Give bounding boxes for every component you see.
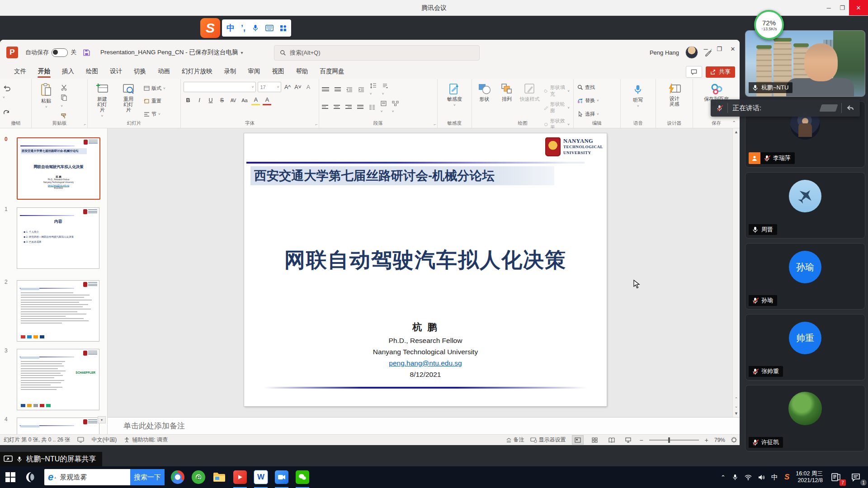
wechat-taskbar-icon[interactable]	[292, 466, 313, 488]
volume-icon[interactable]	[758, 474, 765, 480]
previous-slide-icon[interactable]: ⌃	[733, 395, 740, 403]
underline-button[interactable]: U	[206, 96, 215, 105]
reuse-slides-button[interactable]: 重用幻灯片	[117, 82, 140, 120]
start-button[interactable]	[0, 466, 21, 488]
word-taskbar-icon[interactable]: W	[250, 466, 271, 488]
author-block[interactable]: 杭 鹏 Ph.D., Research Fellow Nanyang Techn…	[244, 321, 607, 379]
format-painter-icon[interactable]	[61, 113, 67, 119]
punctuation-icon[interactable]: ’,	[241, 23, 245, 33]
font-name-combo[interactable]: ˅	[184, 82, 256, 92]
new-slide-button[interactable]: 新建幻灯片˅	[90, 82, 114, 120]
text-direction-icon[interactable]: ˅	[382, 83, 388, 97]
increase-indent-icon[interactable]	[358, 87, 364, 93]
participant-tile-xuzhengkai[interactable]: 许征凯	[745, 385, 865, 451]
align-text-icon[interactable]: ˅	[381, 101, 387, 114]
columns-icon[interactable]	[369, 105, 375, 110]
tab-insert[interactable]: 插入	[56, 67, 80, 79]
account-name[interactable]: Peng Hang	[650, 49, 679, 56]
participant-tile-zhoujin[interactable]: 周晋	[745, 172, 865, 239]
slide-thumbnail-0[interactable]: 西安交通大学第七届丝路研讨会-机械分论坛 网联自动驾驶汽车拟人化决策 杭 鹏 P…	[17, 137, 100, 200]
shape-fill-button[interactable]: 形状填充˅	[543, 84, 571, 98]
display-icon[interactable]	[77, 437, 84, 443]
tab-record[interactable]: 录制	[218, 67, 242, 79]
align-right-icon[interactable]	[345, 105, 352, 110]
toolbox-icon[interactable]	[280, 25, 287, 32]
slide-thumbnail-3[interactable]: SCHAEFFLER	[17, 349, 99, 410]
zoom-in-icon[interactable]: +	[705, 436, 708, 444]
tab-review[interactable]: 审阅	[242, 67, 266, 79]
section-button[interactable]: 节˅	[143, 110, 166, 118]
copy-icon[interactable]: ˅	[61, 94, 67, 109]
tab-file[interactable]: 文件	[8, 67, 32, 79]
minimize-icon[interactable]: ─	[822, 0, 835, 15]
bullets-icon[interactable]	[322, 87, 329, 93]
chrome-taskbar-icon[interactable]	[167, 466, 188, 488]
zoom-out-icon[interactable]: −	[640, 436, 643, 444]
slideshow-view-button[interactable]	[623, 436, 634, 444]
font-color-button[interactable]: A	[263, 95, 271, 105]
character-spacing-button[interactable]: AV	[229, 96, 237, 105]
find-button[interactable]: 查找	[576, 84, 618, 91]
sogou-tray-icon[interactable]: S	[784, 473, 789, 482]
tab-slideshow[interactable]: 幻灯片放映	[176, 67, 218, 79]
ime-chinese-mode-icon[interactable]: 中	[226, 23, 235, 33]
autosave-control[interactable]: 自动保存 关	[25, 48, 76, 57]
maximize-icon[interactable]: ❐	[835, 0, 849, 15]
highlight-color-button[interactable]: A	[251, 95, 260, 105]
powerpoint-logo-icon[interactable]: P	[6, 47, 18, 58]
file-explorer-taskbar-icon[interactable]	[209, 466, 230, 488]
sogou-logo-icon[interactable]: S	[200, 18, 220, 38]
clear-formatting-button[interactable]: A	[304, 83, 312, 91]
title-dropdown-icon[interactable]: ▾	[241, 50, 243, 55]
reply-arrow-icon[interactable]	[846, 104, 854, 112]
ime-indicator[interactable]: 中	[771, 473, 778, 482]
collapse-ribbon-icon[interactable]: ⌃	[732, 120, 736, 125]
browser-360-taskbar-icon[interactable]: e	[188, 466, 209, 488]
tab-draw[interactable]: 绘图	[80, 67, 104, 79]
select-button[interactable]: 选择˅	[576, 110, 618, 118]
notification-center-icon[interactable]: 1	[849, 470, 863, 484]
network-icon[interactable]	[745, 474, 752, 480]
document-title[interactable]: Presentation_HANG Peng_CN - 已保存到这台电脑	[100, 48, 238, 56]
search-go-button[interactable]: 搜索一下	[130, 469, 165, 485]
network-status-widget[interactable]: 72% ↑13.5K/s	[754, 10, 784, 40]
documents-tray-icon[interactable]: 7	[829, 470, 843, 484]
sensitivity-button[interactable]: 敏感度˅	[443, 82, 466, 120]
tencent-meeting-app-icon[interactable]	[271, 466, 292, 488]
email-link[interactable]: peng.hang@ntu.edu.sg	[244, 359, 607, 367]
tray-mic-icon[interactable]	[732, 474, 738, 480]
undo-icon[interactable]: ˅	[3, 85, 11, 100]
tab-baidu-netdisk[interactable]: 百度网盘	[314, 67, 350, 79]
vertical-scrollbar[interactable]: ▲ ⌃ ⌄ ▼	[732, 128, 740, 417]
align-center-icon[interactable]	[334, 105, 340, 110]
tab-animations[interactable]: 动画	[152, 67, 176, 79]
notes-pane[interactable]: 单击此处添加备注	[108, 417, 740, 434]
ppt-maximize-icon[interactable]: ❐	[712, 40, 726, 58]
design-ideas-button[interactable]: 设计灵感	[663, 82, 686, 120]
redo-icon[interactable]	[3, 110, 11, 117]
save-icon[interactable]	[83, 49, 90, 56]
participant-tile-sunyu[interactable]: 孙瑜 孙瑜	[745, 243, 865, 310]
quick-styles-button[interactable]: 快速样式	[519, 82, 540, 120]
thumbnail-scroll-down-icon[interactable]: ▾	[98, 416, 106, 423]
mic-muted-icon[interactable]	[716, 105, 723, 112]
line-spacing-icon[interactable]: ˅	[370, 83, 377, 97]
tab-help[interactable]: 帮助	[290, 67, 314, 79]
comments-button[interactable]	[686, 66, 702, 78]
paste-button[interactable]: 粘贴˅	[34, 82, 58, 120]
slide-thumbnail-1[interactable]: 内容 ◆ 1. 个人简介 ◆ 2. 研究内容—网联自动驾驶汽车拟人化决策 ◆ 3…	[17, 207, 99, 269]
dictate-button[interactable]: 听写˅	[626, 82, 650, 120]
slide-canvas[interactable]: NANYANG TECHNOLOGICAL UNIVERSITY 西安交通大学第…	[244, 133, 607, 406]
tray-expand-icon[interactable]: ⌃	[721, 474, 726, 481]
taskbar-search-box[interactable]: e ▴ 景观造雾 搜索一下	[44, 469, 165, 485]
smartart-convert-icon[interactable]: ˅	[392, 101, 399, 114]
slide-sorter-view-button[interactable]	[590, 436, 600, 444]
tab-view[interactable]: 视图	[266, 67, 290, 79]
soft-keyboard-icon[interactable]	[265, 25, 274, 31]
participant-tile-hangpeng[interactable]: 杭鹏~NTU	[745, 30, 865, 97]
share-button[interactable]: 共享	[706, 66, 735, 78]
zoom-level[interactable]: 79%	[714, 437, 725, 443]
tab-design[interactable]: 设计	[104, 67, 128, 79]
taskbar-clock[interactable]: 16:02 周三 2021/12/8	[796, 470, 823, 484]
tab-transitions[interactable]: 切换	[128, 67, 152, 79]
